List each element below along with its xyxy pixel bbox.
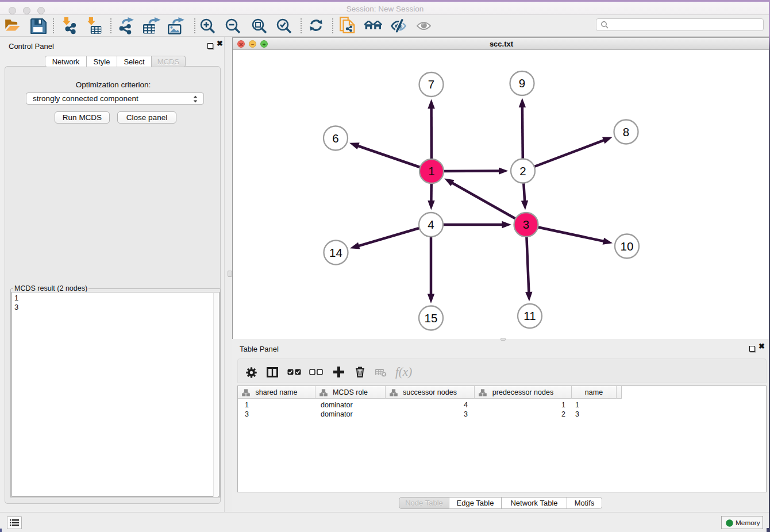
svg-text:14: 14 bbox=[329, 246, 342, 259]
svg-text:3: 3 bbox=[523, 218, 529, 231]
svg-text:6: 6 bbox=[332, 132, 338, 145]
svg-text:7: 7 bbox=[428, 78, 434, 91]
svg-text:15: 15 bbox=[425, 311, 438, 325]
svg-text:8: 8 bbox=[623, 125, 629, 138]
svg-text:9: 9 bbox=[519, 76, 525, 90]
svg-text:10: 10 bbox=[621, 240, 634, 253]
svg-text:11: 11 bbox=[523, 309, 536, 322]
svg-text:2: 2 bbox=[519, 164, 526, 178]
svg-text:4: 4 bbox=[428, 218, 434, 231]
svg-text:1: 1 bbox=[428, 164, 434, 178]
